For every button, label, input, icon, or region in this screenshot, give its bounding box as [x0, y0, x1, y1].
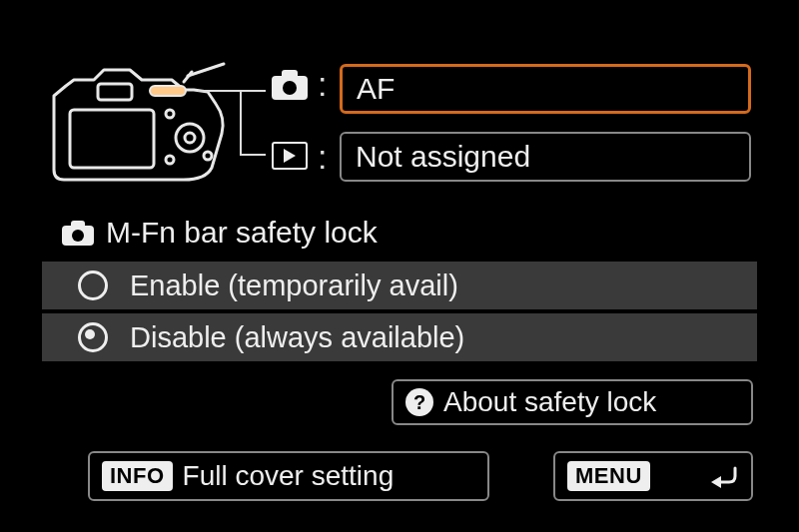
playback-assignment-value: Not assigned — [356, 140, 530, 174]
shooting-assignment-field[interactable]: AF — [340, 64, 751, 114]
menu-back-button[interactable]: MENU — [553, 451, 753, 501]
info-button-label: Full cover setting — [183, 460, 395, 492]
svg-marker-9 — [711, 476, 721, 488]
safety-lock-title: M-Fn bar safety lock — [62, 216, 378, 250]
svg-rect-0 — [70, 110, 154, 168]
separator-colon: : — [318, 138, 327, 177]
connector-line — [240, 90, 242, 156]
separator-colon: : — [318, 65, 327, 104]
svg-point-5 — [166, 156, 174, 164]
svg-point-6 — [204, 152, 212, 160]
camera-diagram — [44, 56, 234, 186]
playback-icon — [272, 142, 308, 170]
safety-lock-option-enable[interactable]: Enable (temporarily avail) — [42, 262, 757, 309]
svg-point-4 — [166, 110, 174, 118]
radio-icon — [78, 270, 108, 300]
svg-line-8 — [188, 64, 224, 76]
camera-icon — [272, 70, 308, 98]
info-key-badge: INFO — [102, 461, 173, 491]
playback-assignment-field[interactable]: Not assigned — [340, 132, 751, 182]
option-label: Disable (always available) — [130, 321, 464, 354]
info-full-cover-button[interactable]: INFO Full cover setting — [88, 451, 489, 501]
about-safety-lock-label: About safety lock — [443, 386, 656, 418]
menu-key-badge: MENU — [567, 461, 650, 491]
safety-lock-title-text: M-Fn bar safety lock — [106, 216, 378, 250]
safety-lock-option-disable[interactable]: Disable (always available) — [42, 313, 757, 361]
option-label: Enable (temporarily avail) — [130, 269, 458, 302]
svg-point-3 — [185, 133, 195, 143]
svg-point-2 — [176, 124, 204, 152]
svg-rect-7 — [150, 86, 186, 96]
help-icon: ? — [405, 388, 433, 416]
camera-menu-screen: : : AF Not assigned M-Fn bar safety lock… — [0, 0, 799, 532]
return-icon — [709, 464, 739, 488]
shooting-assignment-value: AF — [357, 72, 395, 106]
connector-line — [198, 90, 266, 92]
radio-icon — [78, 322, 108, 352]
svg-rect-1 — [98, 84, 132, 100]
camera-icon — [62, 221, 94, 245]
connector-line — [240, 154, 266, 156]
about-safety-lock-button[interactable]: ? About safety lock — [392, 379, 753, 425]
